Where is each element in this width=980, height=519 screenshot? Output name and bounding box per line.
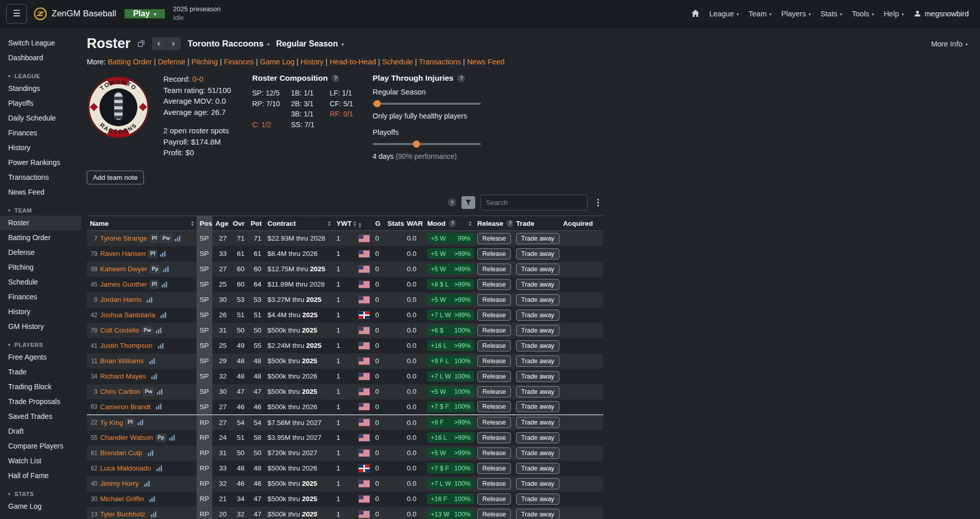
col-header-pos[interactable]: Pos (197, 216, 212, 231)
sidebar-item-team-history[interactable]: History (0, 304, 82, 319)
mood-badge[interactable]: +5 W100% (427, 386, 474, 397)
sidebar-item-league-standings[interactable]: Standings (0, 81, 82, 96)
sidebar-item-team-roster[interactable]: Roster (0, 216, 82, 230)
add-team-note-button[interactable]: Add team note (87, 171, 144, 184)
player-name-link[interactable]: Raven Hansen (100, 250, 145, 257)
trade-away-button[interactable]: Trade away (516, 371, 559, 382)
sidebar-item-players-watch-list[interactable]: Watch List (0, 454, 82, 468)
release-button[interactable]: Release (477, 340, 511, 351)
release-button[interactable]: Release (477, 356, 511, 367)
release-button[interactable]: Release (477, 493, 511, 505)
playoffs-slider[interactable] (373, 140, 481, 148)
help-icon[interactable]: ? (457, 75, 465, 82)
player-name-link[interactable]: Jimmy Horry (100, 480, 139, 487)
release-button[interactable]: Release (477, 248, 511, 260)
player-name-link[interactable]: Colt Costello (100, 326, 139, 334)
player-name-link[interactable]: Richard Mayes (100, 372, 146, 380)
player-name-link[interactable]: Michael Griffin (100, 495, 144, 503)
sidebar-item-league-power-rankings[interactable]: Power Rankings (0, 155, 82, 170)
player-chart-icon[interactable] (149, 496, 155, 502)
player-chart-icon[interactable] (149, 358, 155, 364)
popout-icon[interactable] (137, 40, 145, 48)
player-chart-icon[interactable] (175, 235, 181, 242)
sidebar-item-players-saved-trades[interactable]: Saved Trades (0, 409, 82, 424)
release-button[interactable]: Release (477, 386, 511, 397)
col-header-trade[interactable]: Trade (513, 216, 560, 231)
trade-away-button[interactable]: Trade away (516, 463, 559, 474)
trade-away-button[interactable]: Trade away (516, 356, 559, 367)
mood-badge[interactable]: +5 W99% (427, 233, 474, 244)
player-chart-icon[interactable] (151, 511, 157, 517)
mood-badge[interactable]: +13 W100% (427, 509, 474, 519)
sidebar-item-players-compare-players[interactable]: Compare Players (0, 439, 82, 454)
navbar-menu-help[interactable]: Help▾ (884, 10, 903, 18)
sidebar-item-team-finances[interactable]: Finances (0, 290, 82, 304)
user-menu[interactable]: megsnowbird (914, 10, 969, 18)
home-button[interactable] (691, 9, 700, 18)
sidebar-item-players-free-agents[interactable]: Free Agents (0, 350, 82, 365)
help-icon[interactable]: ? (449, 220, 456, 227)
trade-away-button[interactable]: Trade away (516, 310, 559, 321)
trade-away-button[interactable]: Trade away (516, 386, 559, 397)
hamburger-menu-button[interactable]: ☰ (6, 4, 27, 23)
regular-season-slider[interactable] (373, 100, 481, 107)
mood-badge[interactable]: +7 $ F100% (427, 463, 474, 474)
trade-away-button[interactable]: Trade away (516, 279, 559, 290)
more-link-transactions[interactable]: Transactions (419, 58, 461, 66)
sidebar-item-team-schedule[interactable]: Schedule (0, 275, 82, 290)
col-header-acquired[interactable]: Acquired (560, 216, 603, 231)
sidebar-item-dashboard[interactable]: Dashboard (0, 51, 82, 65)
mood-badge[interactable]: +5 W>99% (427, 248, 474, 259)
release-button[interactable]: Release (477, 325, 511, 336)
more-link-schedule[interactable]: Schedule (382, 58, 413, 66)
sidebar-item-league-playoffs[interactable]: Playoffs (0, 96, 82, 111)
mood-badge[interactable]: +5 W>99% (427, 264, 474, 274)
trade-away-button[interactable]: Trade away (516, 417, 559, 428)
mood-badge[interactable]: +7 $ F100% (427, 402, 474, 412)
col-header-mood[interactable]: Mood?▴▾ (424, 216, 474, 231)
player-name-link[interactable]: Kaheem Dwyer (100, 265, 147, 273)
help-icon[interactable]: ? (332, 75, 339, 82)
kebab-menu-icon[interactable]: ⋮ (593, 197, 603, 208)
player-chart-icon[interactable] (169, 435, 175, 441)
player-name-link[interactable]: James Gunther (100, 280, 147, 288)
help-icon[interactable]: ? (448, 198, 456, 207)
player-name-link[interactable]: Tyrone Strange (100, 234, 147, 242)
more-link-head-to-head[interactable]: Head-to-Head (330, 58, 376, 66)
mood-badge[interactable]: +9 F L100% (427, 356, 474, 366)
next-team-button[interactable]: › (166, 37, 181, 51)
col-header-ovr[interactable]: Ovr (230, 216, 248, 231)
trade-away-button[interactable]: Trade away (516, 447, 559, 459)
player-name-link[interactable]: Luca Maldonado (100, 464, 151, 472)
trade-away-button[interactable]: Trade away (516, 248, 559, 260)
sidebar-item-players-trading-block[interactable]: Trading Block (0, 380, 82, 394)
col-header-war[interactable]: WAR (404, 216, 424, 231)
sidebar-item-players-hall-of-fame[interactable]: Hall of Fame (0, 468, 82, 483)
navbar-menu-stats[interactable]: Stats▾ (820, 10, 842, 18)
trade-away-button[interactable]: Trade away (516, 478, 559, 489)
slider-thumb[interactable] (413, 140, 420, 148)
sidebar-item-league-history[interactable]: History (0, 140, 82, 155)
player-name-link[interactable]: Chandler Watson (100, 434, 153, 441)
navbar-menu-league[interactable]: League▾ (709, 10, 739, 18)
sidebar-section-team[interactable]: ▼TEAM (0, 200, 82, 216)
sidebar-item-league-transactions[interactable]: Transactions (0, 170, 82, 185)
more-link-defense[interactable]: Defense (158, 58, 185, 66)
brand[interactable]: ZenGM Baseball (34, 7, 116, 20)
mood-badge[interactable]: +7 L W>99% (427, 310, 474, 320)
player-chart-icon[interactable] (158, 343, 164, 349)
sidebar-item-league-news-feed[interactable]: News Feed (0, 185, 82, 200)
sidebar-item-league-finances[interactable]: Finances (0, 126, 82, 140)
release-button[interactable]: Release (477, 294, 511, 305)
player-chart-icon[interactable] (157, 389, 163, 395)
sidebar-section-players[interactable]: ▼PLAYERS (0, 334, 82, 350)
player-name-link[interactable]: Tyler Buchholz (100, 510, 145, 518)
player-chart-icon[interactable] (156, 404, 162, 410)
filter-button[interactable] (461, 196, 475, 209)
record-value[interactable]: 0-0 (192, 75, 204, 83)
player-chart-icon[interactable] (137, 419, 143, 426)
sidebar-item-switch-league[interactable]: Switch League (0, 36, 82, 51)
mood-badge[interactable]: +16 F100% (427, 493, 474, 504)
player-name-link[interactable]: Jordan Harris (100, 296, 141, 303)
release-button[interactable]: Release (477, 447, 511, 459)
